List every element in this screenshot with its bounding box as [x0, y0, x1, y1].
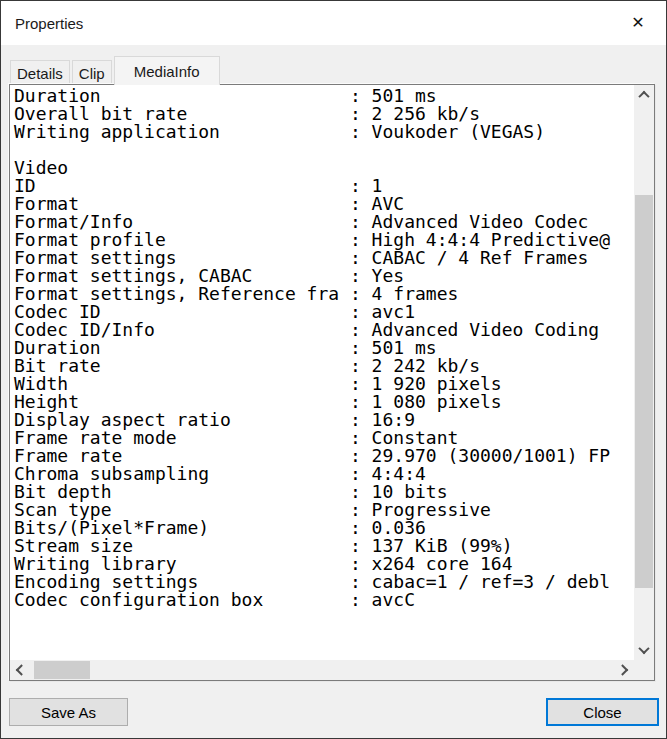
- close-window-button[interactable]: ✕: [618, 6, 658, 40]
- scroll-left-button[interactable]: [10, 660, 30, 680]
- vertical-scrollbar-thumb[interactable]: [635, 195, 653, 588]
- save-as-button[interactable]: Save As: [9, 698, 128, 726]
- tab-strip: Details Clip MediaInfo: [10, 56, 222, 85]
- mediainfo-textbox[interactable]: Duration : 501 ms Overall bit rate : 2 2…: [9, 84, 655, 681]
- chevron-right-icon: [617, 664, 628, 675]
- tab-mediainfo[interactable]: MediaInfo: [114, 56, 220, 85]
- scroll-up-button[interactable]: [634, 85, 654, 105]
- title-bar: Properties: [1, 1, 666, 45]
- chevron-down-icon: [638, 643, 649, 654]
- horizontal-scrollbar[interactable]: [10, 660, 634, 680]
- scrollbar-corner: [634, 660, 654, 680]
- tab-details[interactable]: Details: [10, 60, 70, 85]
- chevron-left-icon: [16, 664, 27, 675]
- vertical-scrollbar[interactable]: [634, 85, 654, 660]
- scroll-down-button[interactable]: [634, 640, 654, 660]
- close-button[interactable]: Close: [546, 698, 659, 726]
- horizontal-scrollbar-thumb[interactable]: [34, 661, 90, 679]
- window-title: Properties: [15, 15, 83, 32]
- properties-dialog: Properties ✕ Details Clip MediaInfo Dura…: [0, 0, 667, 739]
- scroll-right-button[interactable]: [614, 660, 634, 680]
- chevron-up-icon: [638, 91, 649, 102]
- tab-clip[interactable]: Clip: [72, 60, 112, 85]
- mediainfo-text: Duration : 501 ms Overall bit rate : 2 2…: [10, 85, 634, 660]
- close-icon: ✕: [631, 15, 644, 31]
